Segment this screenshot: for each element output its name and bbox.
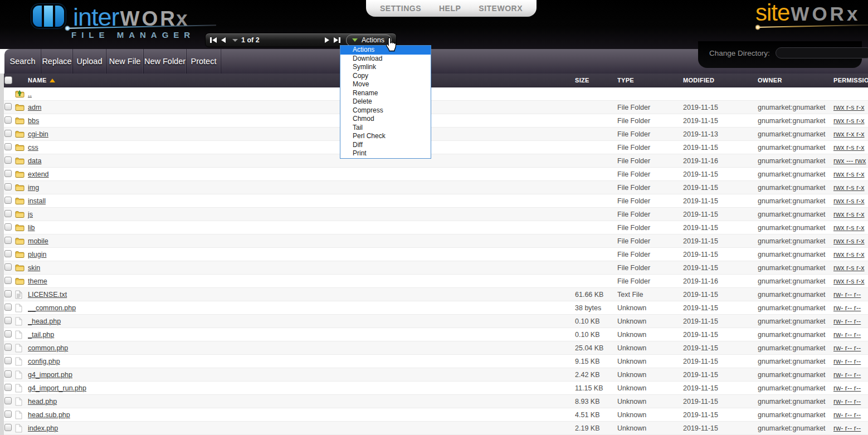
protect-button[interactable]: Protect <box>187 49 221 74</box>
file-name-link[interactable]: cgi-bin <box>28 130 48 138</box>
file-name-link[interactable]: plugin <box>28 251 46 258</box>
next-page-icon[interactable] <box>325 37 329 43</box>
file-name-link[interactable]: g4_import.php <box>28 371 72 379</box>
row-checkbox[interactable] <box>4 143 12 150</box>
row-checkbox[interactable] <box>4 277 12 284</box>
file-name-link[interactable]: common.php <box>28 344 68 352</box>
menu-item-chmod[interactable]: Chmod <box>340 115 431 124</box>
file-permissions-link[interactable]: rw- r-- r-- <box>833 317 861 325</box>
file-name-link[interactable]: img <box>28 184 39 192</box>
file-permissions-link[interactable]: rw- r-- r-- <box>833 304 861 312</box>
row-checkbox[interactable] <box>4 183 12 190</box>
file-name-link[interactable]: LICENSE.txt <box>28 291 67 299</box>
file-permissions-link[interactable]: rwx r-s r-x <box>833 197 865 205</box>
menu-item-compress[interactable]: Compress <box>340 106 431 115</box>
file-permissions-link[interactable]: rwx r-s r-x <box>833 184 865 192</box>
row-checkbox[interactable] <box>4 103 12 110</box>
menu-item-move[interactable]: Move <box>340 80 431 89</box>
file-name-link[interactable]: head.php <box>28 398 57 405</box>
file-permissions-link[interactable]: rwx r-s r-x <box>833 264 865 272</box>
row-checkbox[interactable] <box>4 397 12 404</box>
file-name-link[interactable]: bbs <box>28 117 39 125</box>
replace-button[interactable]: Replace <box>41 49 73 74</box>
file-name-link[interactable]: head.sub.php <box>28 411 70 419</box>
column-header-size[interactable]: SIZE <box>575 77 617 84</box>
top-nav-siteworx[interactable]: SITEWORX <box>479 4 523 13</box>
column-header-permissions[interactable]: PERMISSIONS <box>833 77 868 84</box>
column-header-modified[interactable]: MODIFIED <box>683 77 758 84</box>
row-checkbox[interactable] <box>4 424 12 431</box>
file-permissions-link[interactable]: rw- r-- r-- <box>833 291 861 299</box>
row-checkbox[interactable] <box>4 237 12 244</box>
row-checkbox[interactable] <box>4 330 12 338</box>
file-name-link[interactable]: _head.php <box>28 317 61 325</box>
row-checkbox[interactable] <box>4 317 12 324</box>
file-name-link[interactable]: g4_import_run.php <box>28 384 86 392</box>
file-permissions-link[interactable]: rw- r-- r-- <box>833 371 861 379</box>
row-checkbox[interactable] <box>4 250 12 257</box>
actions-dropdown-button[interactable]: Actions <box>346 35 392 46</box>
file-name-link[interactable]: adm <box>28 104 41 111</box>
file-permissions-link[interactable]: rwx --- rwx <box>833 157 866 165</box>
file-permissions-link[interactable]: rw- r-- r-- <box>833 358 861 365</box>
file-name-link[interactable]: extend <box>28 170 49 178</box>
file-name-link[interactable]: theme <box>28 277 47 285</box>
menu-item-rename[interactable]: Rename <box>340 89 431 98</box>
row-checkbox[interactable] <box>4 370 12 378</box>
file-permissions-link[interactable]: rwx r-s r-x <box>833 117 865 125</box>
file-name-link[interactable]: index.php <box>28 424 58 432</box>
file-permissions-link[interactable]: rwx r-s r-x <box>833 237 865 245</box>
row-checkbox[interactable] <box>4 157 12 164</box>
menu-item-print[interactable]: Print <box>340 149 431 158</box>
file-permissions-link[interactable]: rw- r-- r-- <box>833 398 861 405</box>
page-select-caret-icon[interactable] <box>232 39 238 42</box>
row-checkbox[interactable] <box>4 223 12 231</box>
menu-item-actions[interactable]: Actions <box>340 46 431 55</box>
file-permissions-link[interactable]: rw- r-- r-- <box>833 384 861 392</box>
row-checkbox[interactable] <box>4 130 12 137</box>
file-permissions-link[interactable]: rw- r-- r-- <box>833 344 861 352</box>
row-checkbox[interactable] <box>4 384 12 391</box>
file-name-link[interactable]: css <box>28 144 38 151</box>
change-directory-input[interactable] <box>776 47 868 58</box>
menu-item-symlink[interactable]: Symlink <box>340 63 431 72</box>
file-permissions-link[interactable]: rw- r-- r-- <box>833 424 861 432</box>
row-checkbox[interactable] <box>4 344 12 351</box>
menu-item-diff[interactable]: Diff <box>340 141 431 150</box>
file-permissions-link[interactable]: rwx r-s r-x <box>833 224 865 232</box>
file-permissions-link[interactable]: rwx r-s r-x <box>833 251 865 258</box>
file-permissions-link[interactable]: rwx r-s r-x <box>833 211 865 218</box>
file-permissions-link[interactable]: rwx r-s r-x <box>833 144 865 151</box>
file-permissions-link[interactable]: rwx r-s r-x <box>833 277 865 285</box>
top-nav-settings[interactable]: SETTINGS <box>380 4 421 13</box>
row-checkbox[interactable] <box>4 210 12 217</box>
row-checkbox[interactable] <box>4 116 12 124</box>
row-checkbox[interactable] <box>4 357 12 364</box>
row-checkbox[interactable] <box>4 197 12 204</box>
menu-item-copy[interactable]: Copy <box>340 72 431 81</box>
first-page-icon[interactable] <box>210 37 217 43</box>
upload-button[interactable]: Upload <box>73 49 106 74</box>
file-permissions-link[interactable]: rw- r-- r-- <box>833 411 861 419</box>
new-folder-button[interactable]: New Folder <box>144 49 187 74</box>
file-permissions-link[interactable]: rw- r-- r-- <box>833 331 861 339</box>
file-permissions-link[interactable]: rwx r-s r-x <box>833 104 865 111</box>
file-name-link[interactable]: mobile <box>28 237 48 245</box>
row-checkbox[interactable] <box>4 304 12 311</box>
row-checkbox[interactable] <box>4 170 12 177</box>
menu-item-download[interactable]: Download <box>340 55 431 63</box>
file-name-link[interactable]: js <box>28 211 33 218</box>
file-permissions-link[interactable]: rwx r-x r-x <box>833 130 865 138</box>
prev-page-icon[interactable] <box>221 37 226 43</box>
menu-item-tail[interactable]: Tail <box>340 124 431 133</box>
menu-item-perl-check[interactable]: Perl Check <box>340 132 431 141</box>
column-header-type[interactable]: TYPE <box>617 77 683 84</box>
file-name-link[interactable]: __common.php <box>28 304 76 312</box>
menu-item-delete[interactable]: Delete <box>340 97 431 106</box>
search-button[interactable]: Search <box>4 49 41 74</box>
column-header-name[interactable]: NAME <box>28 77 575 84</box>
last-page-icon[interactable] <box>334 37 340 43</box>
file-name-link[interactable]: .. <box>28 90 32 98</box>
file-name-link[interactable]: install <box>28 197 46 205</box>
file-name-link[interactable]: lib <box>28 224 35 232</box>
